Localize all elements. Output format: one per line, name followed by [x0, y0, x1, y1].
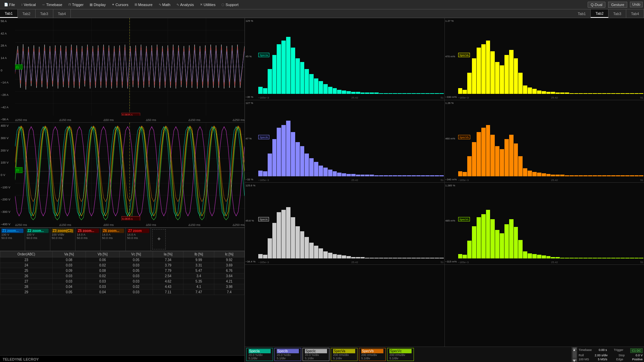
spectrum-bar	[333, 254, 337, 258]
spectrum-bar	[486, 210, 490, 258]
table-body: 230.080.060.057.349.999.92240.030.020.03…	[0, 257, 245, 295]
spectrum-bar	[346, 91, 351, 94]
undo-button[interactable]: Undo	[630, 2, 643, 7]
spec-ch-va: SpecVa 200 m%/div 5.1/div	[331, 348, 358, 361]
spectrum-bar	[458, 254, 463, 258]
channel-z3[interactable]: Z3 zoom(C3) 100 V/div 50.0 ms	[50, 228, 75, 251]
spectrum-bar	[504, 139, 509, 176]
top-right-controls: Q-Dual Gesture Undo	[588, 2, 643, 8]
menu-cursors[interactable]: ✦ Cursors	[109, 2, 131, 7]
spectrum-bar	[514, 143, 518, 176]
spectrum-bar	[574, 175, 579, 176]
tab-left-3[interactable]: Tab3	[36, 9, 53, 18]
tab-left-1[interactable]: Tab1	[0, 9, 18, 18]
spectrum-bar	[351, 92, 356, 94]
table-row: 290.050.040.037.117.477.4	[0, 289, 245, 295]
menu-file[interactable]: 📄 File	[1, 2, 18, 7]
tab-right-3[interactable]: Tab3	[608, 9, 626, 18]
spectrum-bar	[351, 257, 356, 258]
spectrum-bar	[555, 257, 560, 258]
add-channel-button[interactable]: +	[152, 229, 166, 249]
spectrum-bar	[300, 146, 305, 176]
spectrum-bar	[397, 175, 402, 176]
spec-vb-cell[interactable]: 1.26 % 460 m% −340 m% SpecVb −165e−325.4…	[445, 100, 644, 182]
spectrum-bar	[570, 93, 574, 94]
spec-ch-vc: SpecVc 200 m%/div 5.1/div	[387, 348, 414, 361]
spectrum-bar	[579, 175, 583, 176]
spectrum-bar	[490, 135, 495, 176]
tab-right-2[interactable]: Tab2	[591, 9, 608, 18]
spectrum-bar	[319, 81, 323, 94]
spectrum-bar	[472, 142, 476, 176]
tab-right-1[interactable]: Tab1	[573, 9, 591, 18]
menu-display[interactable]: ▦ Display	[87, 2, 108, 7]
menu-support[interactable]: ◌ Support	[219, 2, 241, 7]
spec-ic-cell[interactable]: 125.6 % 45.6 % −34.4 % SpecIc −165e−325.…	[245, 183, 444, 264]
voltage-trace-canvas: Z3 6.0835 s	[15, 123, 245, 220]
scrollbar-down[interactable]: ▼	[573, 359, 577, 361]
channel-z2[interactable]: Z2 zoom... 100 V 50.0 ms	[25, 228, 50, 251]
scrollbar-thumb[interactable]	[573, 351, 577, 358]
spec-va-cell[interactable]: 1.27 % 470 m% −330 m% SpecVa −165e−325.4…	[445, 18, 644, 100]
scrollbar-up[interactable]: ▲	[573, 348, 577, 350]
spectrum-bar	[611, 258, 615, 258]
spectrum-bar	[481, 44, 486, 94]
spectrum-bar	[542, 173, 546, 176]
channel-z6[interactable]: Z6 zoom... 14.0 A 50.0 ms	[101, 228, 126, 251]
tab-left-2[interactable]: Tab2	[18, 9, 36, 18]
menu-utilities[interactable]: ✕ Utilities	[197, 2, 218, 7]
spectrum-bar	[546, 174, 551, 176]
spectrum-bar	[402, 175, 407, 176]
trigger-button[interactable]: C1 DC	[630, 348, 643, 353]
channel-z5[interactable]: Z5 zoom... 14.0 A 50.0 ms	[75, 228, 101, 251]
tab-right-4[interactable]: Tab4	[626, 9, 644, 18]
spectrum-bar	[472, 226, 476, 258]
spectrum-bar	[523, 168, 527, 176]
table-scrollbar[interactable]: ▲ ▼	[572, 347, 577, 362]
spectrum-bar	[277, 44, 281, 94]
gesture-button[interactable]: Gesture	[608, 2, 627, 8]
spectrum-bar	[333, 88, 337, 94]
channel-z7[interactable]: Z7 zoom 14.0 A 50.0 ms	[126, 228, 151, 251]
voltage-trace-area[interactable]: 400 V 300 V 200 V 100 V 0 V −100 V −200 …	[0, 123, 245, 227]
spectrum-bar	[467, 73, 472, 94]
spec-ia-cell[interactable]: 125 % 45 % −35 % SpecIa −165e−325.4251	[245, 18, 444, 100]
spectrum-bar	[333, 171, 337, 176]
menu-timebase[interactable]: ↔ Timebase	[39, 2, 65, 7]
spectrum-bar	[258, 87, 263, 94]
spec-vc-cell[interactable]: 1.285 % 485 m% −315 m% SpecVc −165e−325.…	[445, 183, 644, 264]
spectrum-bar	[500, 65, 504, 94]
left-panel: 56 A 42 A 28 A 14 A 0 −14 A −28 A −42 A …	[0, 18, 245, 362]
tab-left-4[interactable]: Tab4	[53, 9, 71, 18]
svg-text:Z3: Z3	[16, 169, 19, 172]
q-dual-button[interactable]: Q-Dual	[588, 2, 605, 8]
spectrum-bar	[300, 62, 305, 94]
spectrum-bar	[560, 93, 565, 94]
current-trace-area[interactable]: 56 A 42 A 28 A 14 A 0 −14 A −28 A −42 A …	[0, 18, 245, 123]
spec-ib-cell[interactable]: 127 % 47 % −33 % SpecIb −165e−325.4251	[245, 100, 444, 182]
menu-trigger[interactable]: ⊓ Trigger	[66, 2, 86, 7]
spectrum-bar	[514, 58, 518, 94]
spec-ia-bars	[258, 23, 444, 94]
menu-measure[interactable]: ⊞ Measure	[132, 2, 155, 7]
spectrum-bar	[611, 175, 615, 176]
spectrum-bar	[319, 166, 323, 176]
spectrum-bar	[258, 254, 263, 258]
menu-vertical[interactable]: ↕ Vertical	[18, 2, 39, 7]
spec-vb-bars	[458, 105, 644, 176]
spectrum-bar	[393, 175, 397, 176]
spectrum-bar	[323, 84, 328, 94]
channel-z1[interactable]: Z1 zoom... 100 V 50.0 ms	[0, 228, 25, 251]
spectrum-bar	[263, 88, 267, 94]
spectrum-bar	[268, 154, 272, 176]
spectrum-bar	[272, 223, 277, 258]
spectrum-bar	[439, 258, 444, 258]
table-row: 230.080.060.057.349.999.92	[0, 257, 245, 262]
spectrum-bar	[435, 175, 439, 176]
menu-analysis[interactable]: ∿ Analysis	[174, 2, 197, 7]
spectrum-bar	[328, 87, 332, 94]
table-scroll[interactable]: Order(ABC) Va [%] Vb [%] Vc [%] Ia [%] I…	[0, 251, 245, 355]
spectrum-bar	[407, 258, 411, 258]
menu-math[interactable]: ∿ Math	[156, 2, 173, 7]
spectrum-bar	[579, 258, 583, 258]
